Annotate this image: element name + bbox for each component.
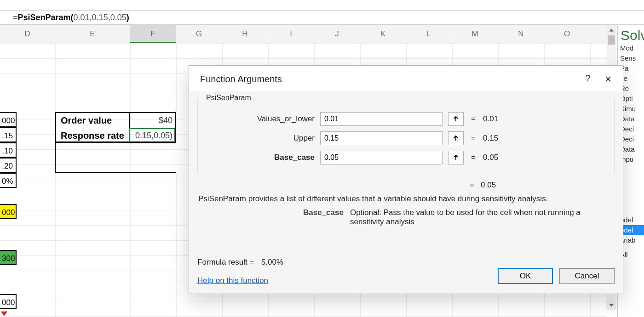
- col-header-f[interactable]: F: [130, 25, 176, 43]
- col-header-n[interactable]: N: [498, 25, 544, 43]
- col-header-k[interactable]: K: [360, 25, 406, 43]
- label-order-value: Order value: [56, 113, 131, 128]
- col-c-fragment: 000 .15 .10 .20 0%: [0, 112, 17, 188]
- labeled-range-ef-ext: [55, 142, 176, 173]
- arg-result: 0.15: [483, 134, 498, 143]
- col-header-d[interactable]: D: [0, 25, 55, 43]
- scroll-up-button[interactable]: [606, 25, 616, 35]
- cell-c11-yellow[interactable]: 000: [0, 204, 17, 219]
- function-arguments-dialog: Function Arguments ? PsiSenParam Values_…: [189, 65, 623, 294]
- equals-sign: =: [469, 114, 477, 124]
- side-item[interactable]: Sens: [618, 53, 644, 63]
- range-picker-button[interactable]: [448, 151, 464, 164]
- col-header-l[interactable]: L: [406, 25, 452, 43]
- arg-result: 0.01: [483, 114, 498, 124]
- formula-fn-open: PsiSenParam(: [18, 13, 74, 23]
- solver-title: Solv: [618, 25, 644, 43]
- arg-label: Upper: [204, 134, 315, 143]
- cell-c7[interactable]: .10: [0, 142, 17, 158]
- arg-result: 0.05: [483, 153, 498, 162]
- col-header-i[interactable]: I: [268, 25, 314, 43]
- cell-c8[interactable]: .20: [0, 158, 17, 173]
- cell-c9[interactable]: 0%: [0, 173, 17, 188]
- formula-result-label: Formula result =: [197, 258, 254, 266]
- function-description: PsiSenParam provides a list of different…: [197, 194, 615, 204]
- ok-button[interactable]: OK: [498, 268, 553, 284]
- overall-result: = 0.05: [197, 178, 615, 194]
- arg-input-base_case[interactable]: [320, 151, 443, 164]
- formula-equals: =: [13, 13, 18, 23]
- cell-c15[interactable]: 000: [0, 294, 17, 309]
- dialog-body: PsiSenParam Values_or_lower=0.01Upper=0.…: [189, 91, 623, 294]
- cell-c5[interactable]: 000: [0, 112, 17, 127]
- value-response-rate[interactable]: 0.15,0.05): [129, 128, 175, 143]
- equals-sign: =: [469, 153, 477, 162]
- arg-label: Values_or_lower: [204, 114, 315, 124]
- formula-args: 0.01,0.15,0.05: [74, 13, 126, 23]
- range-picker-button[interactable]: [448, 131, 464, 145]
- dialog-title: Function Arguments: [189, 66, 623, 91]
- formula-result-value: 5.00%: [261, 258, 283, 266]
- range-picker-button[interactable]: [448, 112, 464, 126]
- value-order-value[interactable]: $40: [129, 113, 175, 128]
- overall-result-value: 0.05: [481, 181, 496, 189]
- equals-sign: =: [469, 134, 477, 143]
- cancel-button[interactable]: Cancel: [559, 268, 615, 284]
- cell-c6[interactable]: .15: [0, 127, 17, 142]
- label-response-rate: Response rate: [56, 128, 131, 143]
- col-header-e[interactable]: E: [55, 25, 130, 43]
- column-headers: DEFGHIJKLMNO: [0, 25, 607, 43]
- dialog-help-button[interactable]: ?: [578, 73, 598, 86]
- cell-c13-green[interactable]: 300: [0, 250, 17, 265]
- arg-label: Base_case: [204, 153, 315, 162]
- col-header-o[interactable]: O: [544, 25, 590, 43]
- arg-row-upper: Upper=0.15: [204, 129, 608, 148]
- dialog-close-button[interactable]: [598, 73, 618, 86]
- formula-fn-close: ): [126, 13, 129, 23]
- formula-bar[interactable]: =PsiSenParam(0.01,0.15,0.05): [0, 10, 644, 25]
- labeled-range-ef: Order value $40 Response rate 0.15,0.05): [55, 112, 176, 142]
- col-header-m[interactable]: M: [452, 25, 498, 43]
- scroll-thumb[interactable]: [608, 35, 615, 45]
- help-on-function-link[interactable]: Help on this function: [197, 276, 268, 285]
- scroll-down-button[interactable]: [606, 300, 616, 310]
- arg-desc-label: Base_case: [303, 208, 344, 226]
- col-header-j[interactable]: J: [314, 25, 360, 43]
- groupbox-label: PsiSenParam: [204, 94, 253, 102]
- arg-input-values_or_lower[interactable]: [320, 112, 443, 126]
- arg-input-upper[interactable]: [320, 131, 443, 145]
- arg-row-base_case: Base_case=0.05: [204, 148, 608, 167]
- args-groupbox: PsiSenParam Values_or_lower=0.01Upper=0.…: [197, 98, 615, 174]
- col-header-g[interactable]: G: [176, 25, 222, 43]
- cell-error-indicator: [1, 311, 7, 316]
- side-item[interactable]: Mod: [618, 43, 644, 53]
- arg-row-values_or_lower: Values_or_lower=0.01: [204, 109, 608, 129]
- arg-desc-text: Optional: Pass the value to be used for …: [350, 208, 612, 226]
- argument-description: Base_case Optional: Pass the value to be…: [197, 208, 615, 226]
- col-header-h[interactable]: H: [222, 25, 268, 43]
